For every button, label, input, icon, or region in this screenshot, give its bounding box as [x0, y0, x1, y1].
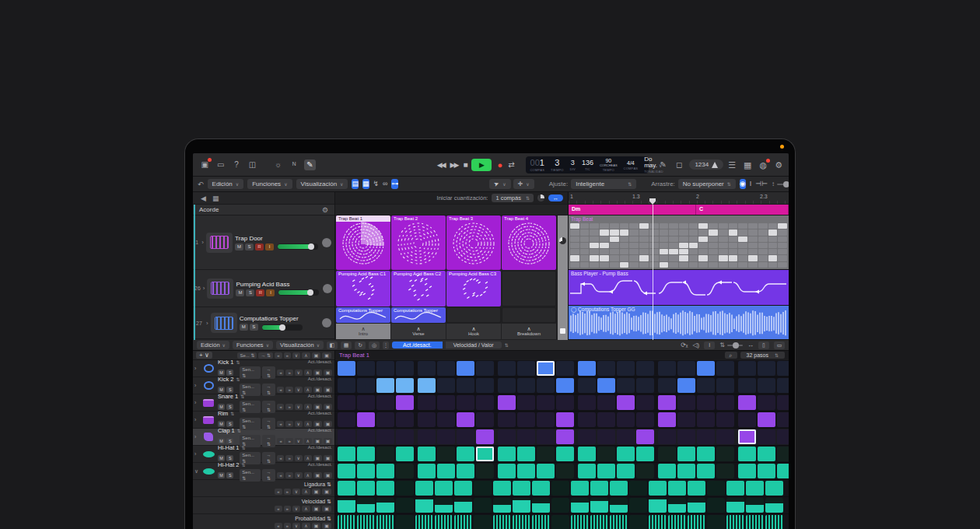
- step-cell[interactable]: [396, 429, 414, 444]
- lane-header[interactable]: Probabilidad ⇅«»∨∧▣▣: [193, 514, 334, 529]
- step-cell[interactable]: [498, 429, 516, 444]
- step-cell[interactable]: [556, 447, 574, 461]
- step-cell[interactable]: [476, 464, 494, 478]
- step-cell[interactable]: [597, 378, 615, 393]
- step-cell[interactable]: [578, 464, 596, 478]
- step-cell[interactable]: [658, 395, 676, 410]
- loop-cell[interactable]: Computations Topper: [336, 307, 390, 323]
- row-decrement-button[interactable]: ∨: [295, 404, 303, 410]
- row-play-progress-icon[interactable]: [559, 237, 566, 244]
- step-cell[interactable]: [677, 447, 695, 461]
- lane-cell[interactable]: [376, 481, 394, 496]
- step-cell[interactable]: [376, 361, 394, 376]
- step-cell[interactable]: [437, 447, 455, 461]
- grid-link-button[interactable]: ↔: [548, 194, 563, 201]
- row-disclosure-icon[interactable]: ∨: [194, 468, 199, 475]
- step-cell[interactable]: [677, 464, 695, 478]
- row-rotate-left-button[interactable]: «: [277, 472, 284, 478]
- track-header[interactable]: 1›Trap DoorMSRI: [193, 215, 334, 270]
- volume-slider[interactable]: [262, 324, 303, 331]
- midi-in-icon[interactable]: ⟳ₓ: [681, 342, 688, 349]
- editor-menu-edicion[interactable]: Edición∨: [197, 341, 229, 349]
- row-stepper-icon[interactable]: ⇅: [237, 428, 241, 433]
- row-rotate-left-button[interactable]: «: [277, 370, 284, 376]
- volume-knob[interactable]: [307, 289, 313, 296]
- step-cell[interactable]: [658, 378, 676, 393]
- row-solo-button[interactable]: S: [226, 421, 233, 427]
- step-cell[interactable]: [636, 412, 654, 427]
- quick-help-icon[interactable]: ?: [231, 159, 242, 170]
- step-cell[interactable]: [396, 395, 414, 410]
- lane-cell[interactable]: [688, 498, 705, 513]
- step-cell[interactable]: [697, 464, 715, 478]
- track-r-button[interactable]: R: [256, 289, 264, 296]
- step-cell[interactable]: [777, 447, 789, 461]
- step-cell[interactable]: [498, 395, 516, 410]
- row-copy-button[interactable]: ▣: [313, 370, 322, 376]
- step-cell[interactable]: [376, 429, 394, 444]
- step-cell[interactable]: [357, 447, 375, 461]
- lane-cell[interactable]: [415, 515, 433, 529]
- pan-knob[interactable]: [322, 318, 331, 328]
- step-cell[interactable]: [418, 464, 436, 478]
- step-cell[interactable]: [537, 429, 555, 444]
- lane-control-4[interactable]: ▣: [312, 523, 321, 529]
- step-cell[interactable]: [338, 395, 355, 410]
- row-disclosure-icon[interactable]: ›: [194, 451, 199, 457]
- step-cell[interactable]: [517, 464, 535, 478]
- lane-control-0[interactable]: «: [275, 523, 282, 529]
- undo-arrow-icon[interactable]: ↶: [198, 180, 204, 188]
- lane-cell[interactable]: [532, 481, 550, 496]
- step-sequencer-icon[interactable]: ⊶: [391, 179, 398, 189]
- grid-zoom-icon[interactable]: ⌕: [725, 352, 737, 359]
- step-cell[interactable]: [578, 412, 596, 427]
- step-cell[interactable]: [597, 395, 615, 410]
- chord-marker[interactable]: Dm: [569, 205, 696, 215]
- row-clear-button[interactable]: ▣: [324, 455, 332, 461]
- step-cell[interactable]: [697, 378, 715, 393]
- add-row-button[interactable]: + ∨: [196, 352, 212, 359]
- step-cell[interactable]: [556, 361, 574, 376]
- lane-control-5[interactable]: ▣: [322, 489, 331, 495]
- lane-cell[interactable]: [532, 515, 550, 529]
- row-stepper-icon[interactable]: ⇅: [230, 411, 234, 416]
- step-cell[interactable]: [658, 464, 676, 478]
- lane-cell[interactable]: [435, 481, 453, 496]
- step-cell[interactable]: [556, 378, 574, 393]
- step-cell[interactable]: [376, 464, 394, 478]
- notifications-bell-icon[interactable]: ◍: [760, 159, 768, 170]
- pan-knob[interactable]: [322, 238, 331, 247]
- step-cell[interactable]: [556, 412, 574, 427]
- step-cell[interactable]: [777, 412, 789, 427]
- step-cell[interactable]: [476, 378, 494, 393]
- grid-mode-icon[interactable]: ▦: [212, 194, 219, 202]
- step-cell[interactable]: [777, 361, 789, 376]
- track-header[interactable]: 27›Computations TopperMS: [193, 307, 334, 339]
- panel-left-icon[interactable]: ▯: [758, 342, 769, 349]
- lane-cell[interactable]: [338, 515, 355, 529]
- lane-cell[interactable]: [688, 515, 705, 529]
- list-editors-icon[interactable]: ☰: [728, 159, 736, 170]
- step-cell[interactable]: [418, 412, 436, 427]
- step-cell[interactable]: [476, 361, 494, 376]
- steps-count-dropdown[interactable]: 32 pasos⇅: [740, 352, 785, 359]
- row-rotate-right-button[interactable]: »: [285, 438, 292, 444]
- row-rotate-right-button[interactable]: »: [285, 370, 292, 376]
- rotate-steps-icon[interactable]: ↻: [355, 342, 366, 349]
- row-copy-button[interactable]: ▣: [313, 421, 322, 427]
- step-cell[interactable]: [338, 464, 355, 478]
- lane-control-0[interactable]: «: [275, 489, 282, 495]
- step-cell[interactable]: [716, 429, 734, 444]
- row-rotate-right-button[interactable]: »: [285, 472, 292, 478]
- step-cell[interactable]: [437, 412, 455, 427]
- step-cell[interactable]: [777, 464, 789, 478]
- step-cell[interactable]: [658, 429, 676, 444]
- editor-menu-funciones[interactable]: Funciones∨: [233, 341, 273, 349]
- divider-icon[interactable]: ⋮: [383, 342, 389, 349]
- step-cell[interactable]: [396, 464, 414, 478]
- step-cell[interactable]: [697, 429, 715, 444]
- header-increment-button[interactable]: ∧: [302, 352, 310, 359]
- stamp-icon[interactable]: ◎: [369, 342, 380, 349]
- step-cell[interactable]: [437, 464, 455, 478]
- row-increment-button[interactable]: ∧: [304, 370, 312, 376]
